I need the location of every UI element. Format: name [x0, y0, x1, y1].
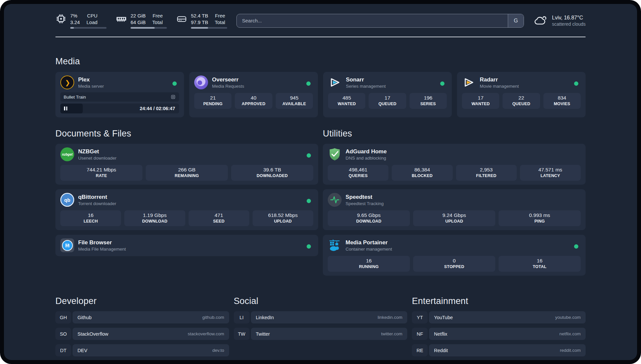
- stat-box: 2,953FILTERED: [456, 165, 517, 181]
- stat-value: 498,461: [329, 167, 387, 173]
- bookmark-domain: netflix.com: [559, 331, 581, 336]
- stat-label: WANTED: [463, 102, 498, 106]
- free-label: Free: [153, 13, 163, 18]
- service-description: Torrent downloader: [78, 201, 116, 206]
- stat-label: FILTERED: [457, 173, 515, 178]
- service-name: Sonarr: [346, 76, 386, 83]
- stat-label: QUEUED: [504, 102, 538, 106]
- total-label: Total: [152, 19, 163, 25]
- disk-total-value: 97.9 TB: [191, 19, 208, 25]
- search-input[interactable]: [237, 14, 508, 27]
- section-title-media: Media: [55, 56, 586, 67]
- bookmark-domain: twitter.com: [381, 331, 403, 336]
- bookmark-domain: dev.to: [212, 348, 224, 353]
- service-card-nzbget[interactable]: nzbget NZBGet Usenet downloader 744.21 M…: [55, 144, 318, 185]
- bookmark-netflix[interactable]: NF Netflixnetflix.com: [412, 328, 586, 340]
- service-card-plex[interactable]: ❯ Plex Media server Bullet Train: [55, 72, 184, 117]
- stat-value: 2,953: [457, 167, 515, 173]
- service-card-filebrowser[interactable]: File Browser Media File Management: [55, 235, 318, 256]
- cpu-usage-value: 7%: [70, 13, 77, 18]
- status-dot: [574, 81, 578, 86]
- load-label: Load: [86, 19, 97, 25]
- stat-label: RATE: [62, 173, 141, 178]
- bookmark-name: LinkedIn: [256, 315, 274, 320]
- playback-progress-bar: 24:44 / 02:06:47: [60, 104, 179, 113]
- stat-value: 39.6 TB: [232, 167, 312, 173]
- window-frame: 7%3.24 CPULoad: [0, 0, 641, 364]
- stat-value: 618.52 Mbps: [254, 212, 312, 218]
- section-utilities: Utilities AdGuard Home: [323, 129, 586, 276]
- service-description: Media server: [78, 84, 104, 89]
- bookmark-name: YouTube: [434, 315, 453, 320]
- section-title-developer: Developer: [55, 296, 229, 306]
- qbittorrent-icon: qb: [60, 193, 74, 207]
- stat-label: LEECH: [62, 219, 120, 224]
- service-card-portainer[interactable]: Media Portainer Container management 16R…: [323, 235, 586, 276]
- section-title-utilities: Utilities: [323, 129, 586, 139]
- stat-value: 266 GB: [147, 167, 227, 173]
- media-grid: ❯ Plex Media server Bullet Train: [55, 72, 586, 117]
- resource-widgets: 7%3.24 CPULoad: [55, 13, 227, 29]
- disk-icon: [176, 13, 187, 24]
- service-name: Plex: [78, 76, 104, 83]
- service-name: NZBGet: [78, 148, 116, 155]
- stat-value: 0.993 ms: [500, 212, 579, 218]
- qbittorrent-logo-text: qb: [64, 197, 70, 203]
- memory-stats: 22 GiB64 GiB FreeTotal: [131, 13, 167, 29]
- bookmark-group-developer: Developer GH Githubgithub.com SO StackOv…: [55, 296, 229, 356]
- bookmark-stackoverflow[interactable]: SO StackOverflowstackoverflow.com: [55, 328, 229, 340]
- status-dot: [440, 81, 444, 86]
- stat-box: 0.993 msPING: [499, 210, 581, 226]
- stat-label: REMAINING: [147, 173, 227, 178]
- bookmark-dev[interactable]: DT DEVdev.to: [55, 344, 229, 356]
- playback-time: 24:44 / 02:06:47: [140, 106, 175, 111]
- bookmark-domain: github.com: [202, 315, 224, 320]
- stat-label: STOPPED: [414, 264, 494, 269]
- service-description: DNS and adblocking: [346, 156, 387, 161]
- stat-label: MOVIES: [545, 102, 579, 106]
- search-engine-button[interactable]: G: [508, 14, 524, 27]
- memory-icon: [116, 13, 127, 24]
- service-card-sonarr[interactable]: Sonarr Series management 485WANTED 17QUE…: [323, 72, 452, 117]
- stat-value: 16: [62, 212, 120, 218]
- service-card-adguard[interactable]: AdGuard Home DNS and adblocking 498,461Q…: [323, 144, 586, 185]
- header-divider: [55, 37, 586, 37]
- stat-box: 485WANTED: [328, 93, 365, 109]
- service-name: Overseerr: [212, 76, 244, 83]
- service-description: Media Requests: [212, 84, 244, 89]
- bookmark-name: Github: [77, 315, 92, 320]
- cpu-progress-bar: [70, 27, 107, 29]
- floppy-disk-icon: [62, 240, 73, 251]
- service-card-qbittorrent[interactable]: qb qBittorrent Torrent downloader 16LEEC…: [55, 189, 318, 230]
- total-label: Total: [215, 19, 225, 25]
- stat-value: 22: [504, 95, 538, 101]
- section-title-social: Social: [234, 296, 408, 306]
- stat-label: APPROVED: [236, 102, 271, 106]
- stat-value: 0: [414, 258, 494, 264]
- filebrowser-icon: [60, 238, 74, 252]
- bookmark-twitter[interactable]: TW Twittertwitter.com: [234, 328, 408, 340]
- service-card-overseerr[interactable]: Overseerr Media Requests 21PENDING 40APP…: [189, 72, 318, 117]
- stat-value: 16: [500, 258, 579, 264]
- bookmark-reddit[interactable]: RE Redditreddit.com: [412, 344, 586, 356]
- stat-label: DOWNLOAD: [126, 219, 184, 224]
- stat-label: TOTAL: [500, 264, 579, 269]
- media-type-icon: [170, 94, 176, 100]
- bookmark-linkedin[interactable]: LI LinkedInlinkedin.com: [234, 311, 408, 323]
- service-card-speedtest[interactable]: Speedtest Speedtest Tracking 9.65 GbpsDO…: [323, 189, 586, 230]
- bookmark-youtube[interactable]: YT YouTubeyoutube.com: [412, 311, 586, 323]
- stat-value: 47.571 ms: [521, 167, 579, 173]
- stat-box: 498,461QUERIES: [328, 165, 388, 181]
- stat-label: RUNNING: [329, 264, 409, 269]
- service-name: qBittorrent: [78, 194, 116, 200]
- stat-value: 86,384: [393, 167, 451, 173]
- stat-label: QUERIES: [329, 173, 387, 178]
- service-card-radarr[interactable]: Radarr Movie management 17WANTED 22QUEUE…: [457, 72, 586, 117]
- stat-box: 744.21 MbpsRATE: [60, 165, 142, 181]
- stat-label: SEED: [190, 219, 248, 224]
- stat-label: QUEUED: [370, 102, 405, 106]
- bookmark-github[interactable]: GH Githubgithub.com: [55, 311, 229, 323]
- service-description: Speedtest Tracking: [346, 201, 384, 206]
- stat-box: 0STOPPED: [413, 256, 495, 272]
- disk-resource-widget: 52.4 TB97.9 TB FreeTotal: [176, 13, 227, 29]
